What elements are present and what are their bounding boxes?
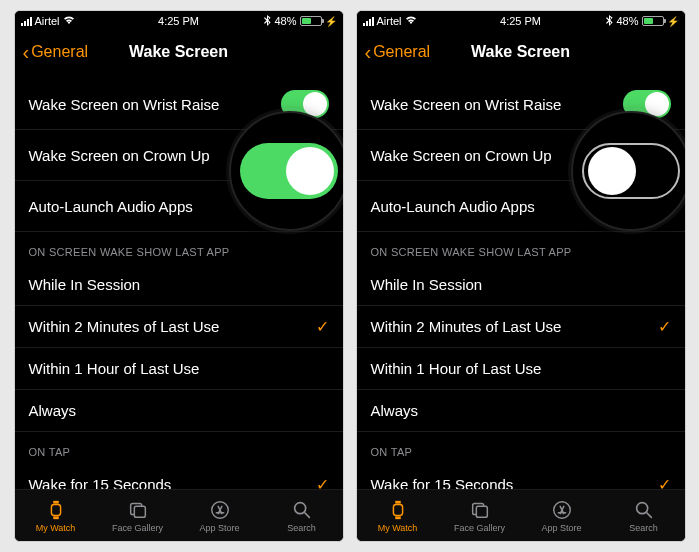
appstore-icon: [209, 499, 231, 521]
option-label: Within 2 Minutes of Last Use: [29, 318, 316, 335]
svg-line-15: [646, 512, 651, 517]
option-label: Wake for 15 Seconds: [371, 476, 658, 489]
option-label: Always: [371, 402, 658, 419]
chevron-left-icon: ‹: [23, 42, 30, 62]
back-button[interactable]: ‹ General: [23, 42, 89, 62]
option-label: While In Session: [371, 276, 658, 293]
option-label: Within 1 Hour of Last Use: [371, 360, 658, 377]
nav-bar: ‹ General Wake Screen: [15, 31, 343, 73]
watch-icon: [387, 499, 409, 521]
option-label: Wake for 15 Seconds: [29, 476, 316, 489]
row-label: Wake Screen on Wrist Raise: [29, 96, 281, 113]
tab-label: My Watch: [378, 523, 418, 533]
watch-icon: [45, 499, 67, 521]
bluetooth-icon: [264, 15, 271, 28]
signal-icon: [21, 17, 32, 26]
tab-my-watch[interactable]: My Watch: [357, 490, 439, 541]
svg-rect-0: [51, 504, 60, 515]
tab-label: My Watch: [36, 523, 76, 533]
charging-icon: ⚡: [325, 16, 337, 27]
svg-rect-10: [395, 516, 401, 519]
search-icon: [291, 499, 313, 521]
chevron-left-icon: ‹: [365, 42, 372, 62]
checkmark-icon: ✓: [658, 317, 671, 336]
wifi-icon: [63, 15, 75, 27]
carrier-label: Airtel: [35, 15, 60, 27]
tab-face-gallery[interactable]: Face Gallery: [97, 490, 179, 541]
wifi-icon: [405, 15, 417, 27]
group-header-on-tap: ON TAP: [357, 432, 685, 464]
checkmark-icon: ✓: [316, 275, 329, 294]
svg-rect-2: [53, 516, 59, 519]
tab-bar: My Watch Face Gallery App Store Search: [15, 489, 343, 541]
nav-bar: ‹ General Wake Screen: [357, 31, 685, 73]
status-bar: Airtel 4:25 PM 48% ⚡: [15, 11, 343, 31]
zoom-lens: [571, 111, 686, 231]
row-last-app-option[interactable]: Within 2 Minutes of Last Use ✓: [15, 306, 343, 348]
svg-line-7: [304, 512, 309, 517]
group-header-last-app: ON SCREEN WAKE SHOW LAST APP: [357, 232, 685, 264]
tab-label: App Store: [199, 523, 239, 533]
zoom-toggle-off: [582, 143, 680, 199]
row-label: Wake Screen on Wrist Raise: [371, 96, 623, 113]
svg-rect-8: [393, 504, 402, 515]
back-button[interactable]: ‹ General: [365, 42, 431, 62]
tab-label: Search: [629, 523, 658, 533]
charging-icon: ⚡: [667, 16, 679, 27]
battery-pct: 48%: [274, 15, 296, 27]
row-on-tap-option[interactable]: Wake for 15 Seconds ✓: [357, 464, 685, 489]
row-last-app-option[interactable]: While In Session ✓: [357, 264, 685, 306]
back-label: General: [373, 43, 430, 61]
gallery-icon: [127, 499, 149, 521]
appstore-icon: [551, 499, 573, 521]
option-label: Always: [29, 402, 316, 419]
zoom-lens: [229, 111, 344, 231]
phone-screen-left: Airtel 4:25 PM 48% ⚡ ‹ General Wake Scre…: [14, 10, 344, 542]
back-label: General: [31, 43, 88, 61]
svg-point-14: [636, 502, 647, 513]
option-label: While In Session: [29, 276, 316, 293]
tab-face-gallery[interactable]: Face Gallery: [439, 490, 521, 541]
tab-search[interactable]: Search: [261, 490, 343, 541]
battery-icon: [300, 16, 322, 26]
svg-rect-9: [395, 500, 401, 503]
checkmark-icon: ✓: [658, 275, 671, 294]
checkmark-icon: ✓: [316, 317, 329, 336]
checkmark-icon: ✓: [658, 401, 671, 420]
row-last-app-option[interactable]: Within 2 Minutes of Last Use ✓: [357, 306, 685, 348]
svg-rect-12: [476, 506, 487, 517]
tab-my-watch[interactable]: My Watch: [15, 490, 97, 541]
row-last-app-option[interactable]: Within 1 Hour of Last Use ✓: [357, 348, 685, 390]
tab-search[interactable]: Search: [603, 490, 685, 541]
zoom-toggle-on: [240, 143, 338, 199]
svg-point-6: [294, 502, 305, 513]
checkmark-icon: ✓: [316, 401, 329, 420]
battery-icon: [642, 16, 664, 26]
checkmark-icon: ✓: [316, 359, 329, 378]
status-bar: Airtel 4:25 PM 48% ⚡: [357, 11, 685, 31]
row-last-app-option[interactable]: While In Session ✓: [15, 264, 343, 306]
tab-app-store[interactable]: App Store: [521, 490, 603, 541]
phone-screen-right: Airtel 4:25 PM 48% ⚡ ‹ General Wake Scre…: [356, 10, 686, 542]
row-last-app-option[interactable]: Within 1 Hour of Last Use ✓: [15, 348, 343, 390]
battery-pct: 48%: [616, 15, 638, 27]
row-on-tap-option[interactable]: Wake for 15 Seconds ✓: [15, 464, 343, 489]
tab-label: Search: [287, 523, 316, 533]
search-icon: [633, 499, 655, 521]
tab-label: Face Gallery: [454, 523, 505, 533]
tab-label: Face Gallery: [112, 523, 163, 533]
tab-app-store[interactable]: App Store: [179, 490, 261, 541]
checkmark-icon: ✓: [658, 359, 671, 378]
tab-label: App Store: [541, 523, 581, 533]
row-last-app-option[interactable]: Always ✓: [357, 390, 685, 432]
group-header-last-app: ON SCREEN WAKE SHOW LAST APP: [15, 232, 343, 264]
carrier-label: Airtel: [377, 15, 402, 27]
signal-icon: [363, 17, 374, 26]
gallery-icon: [469, 499, 491, 521]
row-last-app-option[interactable]: Always ✓: [15, 390, 343, 432]
checkmark-icon: ✓: [316, 475, 329, 489]
tab-bar: My Watch Face Gallery App Store Search: [357, 489, 685, 541]
option-label: Within 2 Minutes of Last Use: [371, 318, 658, 335]
svg-rect-1: [53, 500, 59, 503]
bluetooth-icon: [606, 15, 613, 28]
